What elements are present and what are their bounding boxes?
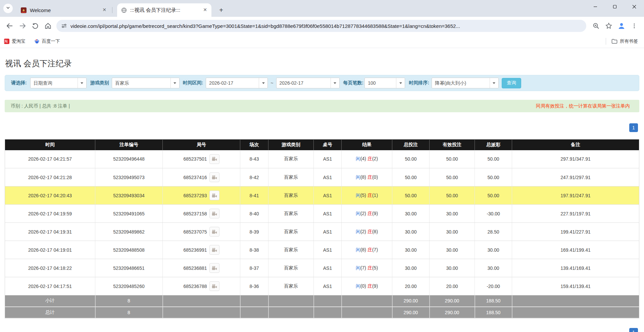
game-type-cell: 百家乐 bbox=[268, 186, 314, 205]
table-row: 2026-02-17 04:19:01523209488508685236991… bbox=[5, 241, 639, 259]
search-button[interactable]: 查询 bbox=[502, 78, 521, 88]
totals-label-cell: 总计 bbox=[5, 307, 95, 318]
date-from-value[interactable]: 2026-02-17 bbox=[206, 78, 259, 88]
video-replay-button[interactable] bbox=[209, 281, 219, 291]
total-bet-link[interactable]: 30.00 bbox=[392, 223, 430, 241]
column-header: 总投注 bbox=[392, 139, 430, 150]
total-bet-link[interactable]: 50.00 bbox=[392, 168, 430, 186]
video-icon bbox=[212, 193, 217, 198]
game-type-cell: 百家乐 bbox=[268, 277, 314, 295]
chevron-down-icon[interactable] bbox=[331, 78, 339, 88]
page-1-button-bottom[interactable]: 1 bbox=[629, 328, 638, 332]
session-cell bbox=[240, 307, 268, 318]
column-header: 总派彩 bbox=[475, 139, 512, 150]
bookmark-label: 爱淘宝 bbox=[12, 38, 26, 44]
forward-arrow-icon bbox=[19, 22, 26, 30]
date-to-picker[interactable]: 2026-02-17 bbox=[276, 78, 340, 88]
chevron-down-icon[interactable] bbox=[78, 78, 86, 88]
round-cell: 685236991 bbox=[163, 241, 240, 259]
payout-cell: 28.50 bbox=[475, 223, 512, 241]
url-bar[interactable]: videoie.com/ipl/portal.php/game/betrecor… bbox=[56, 20, 586, 32]
chevron-down-icon[interactable] bbox=[259, 78, 267, 88]
url-text[interactable]: videoie.com/ipl/portal.php/game/betrecor… bbox=[70, 23, 582, 29]
bookmark-star-button[interactable] bbox=[602, 19, 615, 32]
video-replay-button[interactable] bbox=[209, 245, 219, 255]
minimize-button[interactable] bbox=[586, 0, 605, 13]
video-replay-button[interactable] bbox=[209, 263, 219, 273]
tilde-separator: ~ bbox=[270, 80, 273, 86]
result-cell: 闲(8) 庄(0) bbox=[342, 168, 392, 186]
table-row: 2026-02-17 04:20:43523209493034685237293… bbox=[5, 186, 639, 205]
bookmark-aitaobao[interactable]: 淘 爱淘宝 bbox=[4, 38, 26, 44]
profile-avatar[interactable] bbox=[615, 19, 628, 32]
total-bet-link[interactable]: 30.00 bbox=[392, 259, 430, 277]
chevron-down-icon[interactable] bbox=[396, 78, 405, 88]
date-to-value[interactable]: 2026-02-17 bbox=[277, 78, 331, 88]
game-type-cell: 百家乐 bbox=[268, 150, 314, 168]
baidu-paw-icon bbox=[34, 39, 40, 44]
video-replay-button[interactable] bbox=[209, 191, 219, 200]
time-cell: 2026-02-17 04:18:22 bbox=[5, 259, 95, 277]
reload-button[interactable] bbox=[29, 19, 42, 32]
game-type-cell: 百家乐 bbox=[268, 223, 314, 241]
query-type-combobox[interactable]: 日期查询 bbox=[30, 78, 87, 88]
bet-id-cell: 523209496448 bbox=[95, 150, 163, 168]
total-bet-link[interactable]: 50.00 bbox=[392, 186, 430, 205]
sort-order-combobox[interactable]: 降幂(由大到小) bbox=[432, 78, 499, 88]
total-bet-link[interactable]: 50.00 bbox=[392, 150, 430, 168]
total-bet-link[interactable]: 20.00 bbox=[392, 277, 430, 295]
page-1-button[interactable]: 1 bbox=[629, 123, 638, 132]
home-icon bbox=[44, 22, 52, 30]
maximize-button[interactable] bbox=[605, 0, 625, 13]
game-type-cell: 百家乐 bbox=[268, 259, 314, 277]
video-replay-button[interactable] bbox=[209, 154, 219, 164]
video-replay-button[interactable] bbox=[209, 227, 219, 237]
note-cell: 169.41/199.41 bbox=[512, 241, 639, 259]
totals-label-cell: 小计 bbox=[5, 295, 95, 307]
banker-result: 庄 bbox=[367, 265, 372, 271]
payout-cell: -20.00 bbox=[475, 277, 512, 295]
total-bet-link[interactable]: 30.00 bbox=[392, 205, 430, 223]
minimize-icon bbox=[593, 5, 597, 9]
site-settings-icon[interactable] bbox=[61, 23, 67, 29]
tab-search-button[interactable] bbox=[3, 4, 13, 13]
round-id: 685237075 bbox=[183, 229, 207, 235]
close-icon[interactable]: ✕ bbox=[202, 7, 208, 13]
subtotal-row: 小计8290.00290.00188.50 bbox=[5, 295, 639, 307]
player-result: 闲 bbox=[356, 229, 360, 234]
total-bet-link[interactable]: 30.00 bbox=[392, 241, 430, 259]
tab-betrecord[interactable]: :::视讯 会员下注纪录::: ✕ bbox=[117, 3, 211, 17]
chevron-down-icon[interactable] bbox=[170, 78, 179, 88]
round-id: 685236881 bbox=[183, 265, 207, 271]
all-bookmarks-label: 所有书签 bbox=[620, 38, 638, 44]
forward-button[interactable] bbox=[16, 19, 29, 32]
date-from-picker[interactable]: 2026-02-17 bbox=[206, 78, 268, 88]
result-cell: 闲(2) 庄(9) bbox=[342, 205, 392, 223]
chevron-down-icon bbox=[6, 6, 10, 10]
new-tab-button[interactable]: + bbox=[216, 5, 226, 15]
chevron-down-icon[interactable] bbox=[490, 78, 498, 88]
per-page-label: 每页笔数: bbox=[343, 80, 364, 86]
round-cell: 685237293 bbox=[163, 186, 240, 205]
per-page-value[interactable]: 100 bbox=[365, 78, 396, 88]
all-bookmarks-button[interactable]: 所有书签 bbox=[611, 38, 638, 44]
back-button[interactable] bbox=[3, 19, 16, 32]
tab-welcome[interactable]: ♠ Welcome ✕ bbox=[17, 3, 111, 17]
bet-id-cell: 523209488508 bbox=[95, 241, 163, 259]
close-window-button[interactable] bbox=[625, 0, 644, 13]
game-type-cell: 百家乐 bbox=[268, 241, 314, 259]
home-button[interactable] bbox=[42, 19, 54, 32]
bookmark-baidu[interactable]: 百度一下 bbox=[34, 38, 60, 44]
zoom-button[interactable] bbox=[590, 19, 602, 32]
browser-menu-button[interactable] bbox=[628, 19, 641, 32]
bet-id-cell: 523209495073 bbox=[95, 168, 163, 186]
table-number-cell: AS1 bbox=[314, 277, 342, 295]
video-replay-button[interactable] bbox=[209, 172, 219, 182]
column-header: 场次 bbox=[240, 139, 268, 150]
per-page-combobox[interactable]: 100 bbox=[364, 78, 405, 88]
round-id: 685237158 bbox=[183, 211, 207, 216]
game-type-combobox[interactable]: 百家乐 bbox=[112, 78, 180, 88]
close-icon[interactable]: ✕ bbox=[101, 7, 107, 13]
video-replay-button[interactable] bbox=[209, 209, 219, 218]
round-id: 685237501 bbox=[183, 156, 207, 162]
